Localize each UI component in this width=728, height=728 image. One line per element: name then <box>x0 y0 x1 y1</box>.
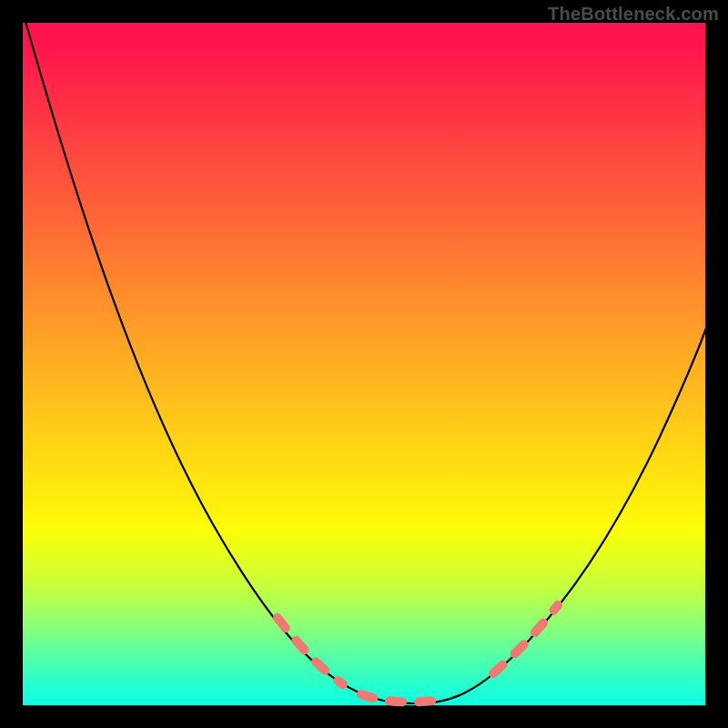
dash-segment-left <box>278 618 343 684</box>
v-curve <box>25 18 707 703</box>
dash-segment-right <box>493 605 558 673</box>
watermark-text: TheBottleneck.com <box>548 4 719 25</box>
curve-svg <box>23 23 705 705</box>
dash-segment-bottom <box>361 694 441 702</box>
